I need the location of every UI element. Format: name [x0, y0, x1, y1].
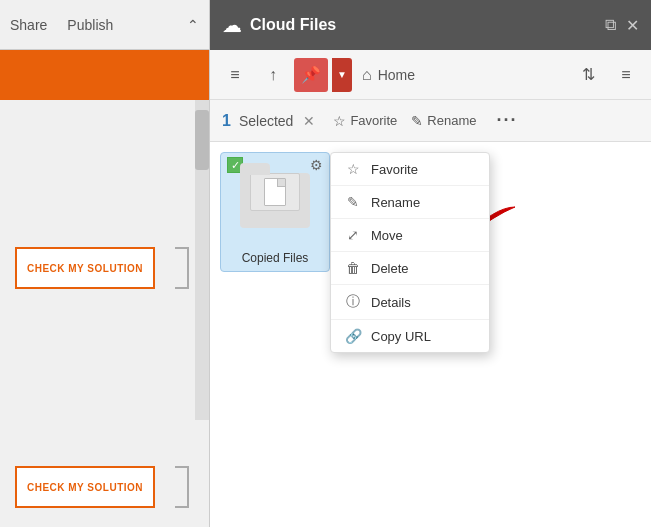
- copy-url-menu-icon: 🔗: [345, 328, 361, 344]
- gear-icon[interactable]: ⚙: [310, 157, 323, 173]
- toolbar-right: ⇅ ≡: [571, 58, 643, 92]
- delete-menu-icon: 🗑: [345, 260, 361, 276]
- home-area: ⌂ Home: [362, 66, 415, 84]
- left-panel: Share Publish ⌃ CHECK MY SOLUTION CHECK …: [0, 0, 210, 527]
- rename-menu-label: Rename: [371, 195, 420, 210]
- check-solution-button-1[interactable]: CHECK MY SOLUTION: [15, 247, 155, 289]
- list-view-button[interactable]: ≡: [609, 58, 643, 92]
- left-top-bar: Share Publish ⌃: [0, 0, 209, 50]
- pin-button[interactable]: 📌: [294, 58, 328, 92]
- cloud-icon: ☁: [222, 13, 242, 37]
- scrollbar-thumb[interactable]: [195, 110, 209, 170]
- expand-icon[interactable]: ⌃: [187, 17, 199, 33]
- star-icon: ☆: [333, 113, 346, 129]
- upload-button[interactable]: ↑: [256, 58, 290, 92]
- cloud-files-panel: ☁ Cloud Files ⧉ ✕ ≡ ↑ 📌 ▼ ⌂ Home ⇅ ≡ 1 S…: [210, 0, 651, 527]
- folder-shape: [240, 173, 310, 228]
- context-menu-copy-url[interactable]: 🔗 Copy URL: [331, 320, 489, 352]
- move-menu-icon: ⤢: [345, 227, 361, 243]
- rename-menu-icon: ✎: [345, 194, 361, 210]
- move-menu-label: Move: [371, 228, 403, 243]
- panel-title: Cloud Files: [250, 16, 597, 34]
- copy-url-menu-label: Copy URL: [371, 329, 431, 344]
- more-actions-button[interactable]: ···: [497, 110, 518, 131]
- favorite-action[interactable]: ☆ Favorite: [333, 113, 397, 129]
- selected-count: 1: [222, 112, 231, 130]
- check-solution-button-2[interactable]: CHECK MY SOLUTION: [15, 466, 155, 508]
- rename-action[interactable]: ✎ Rename: [411, 113, 476, 129]
- close-panel-button[interactable]: ✕: [626, 16, 639, 35]
- favorite-menu-label: Favorite: [371, 162, 418, 177]
- file-name: Copied Files: [221, 247, 329, 271]
- scrollbar[interactable]: [195, 100, 209, 420]
- details-menu-icon: ⓘ: [345, 293, 361, 311]
- context-menu-rename[interactable]: ✎ Rename: [331, 186, 489, 219]
- home-label[interactable]: Home: [378, 67, 415, 83]
- context-menu-delete[interactable]: 🗑 Delete: [331, 252, 489, 285]
- details-menu-label: Details: [371, 295, 411, 310]
- rename-icon: ✎: [411, 113, 423, 129]
- title-bar: ☁ Cloud Files ⧉ ✕: [210, 0, 651, 50]
- file-item[interactable]: ✓ ⚙ Copied Files: [220, 152, 330, 272]
- toolbar: ≡ ↑ 📌 ▼ ⌂ Home ⇅ ≡: [210, 50, 651, 100]
- delete-menu-label: Delete: [371, 261, 409, 276]
- external-link-button[interactable]: ⧉: [605, 16, 616, 35]
- orange-bar: [0, 50, 209, 100]
- context-menu-details[interactable]: ⓘ Details: [331, 285, 489, 320]
- sort-button[interactable]: ⇅: [571, 58, 605, 92]
- selected-bar: 1 Selected ✕ ☆ Favorite ✎ Rename ···: [210, 100, 651, 142]
- bracket-1: [175, 247, 189, 289]
- favorite-label: Favorite: [350, 113, 397, 128]
- selected-label: Selected: [239, 113, 293, 129]
- menu-button[interactable]: ≡: [218, 58, 252, 92]
- selected-actions: ☆ Favorite ✎ Rename ···: [333, 110, 517, 131]
- file-area: ✓ ⚙ Copied Files ☆ Favorite ✎ Rename: [210, 142, 651, 527]
- context-menu: ☆ Favorite ✎ Rename ⤢ Move 🗑 Delete ⓘ De…: [330, 152, 490, 353]
- folder-inner: [250, 173, 300, 211]
- file-page-icon: [264, 178, 286, 206]
- context-menu-favorite[interactable]: ☆ Favorite: [331, 153, 489, 186]
- rename-label: Rename: [427, 113, 476, 128]
- context-menu-move[interactable]: ⤢ Move: [331, 219, 489, 252]
- close-selected-button[interactable]: ✕: [303, 113, 315, 129]
- dropdown-button[interactable]: ▼: [332, 58, 352, 92]
- favorite-menu-icon: ☆: [345, 161, 361, 177]
- share-link[interactable]: Share: [10, 17, 47, 33]
- home-icon: ⌂: [362, 66, 372, 84]
- publish-link[interactable]: Publish: [67, 17, 113, 33]
- title-actions: ⧉ ✕: [605, 16, 639, 35]
- bracket-2: [175, 466, 189, 508]
- folder-icon: [240, 173, 310, 243]
